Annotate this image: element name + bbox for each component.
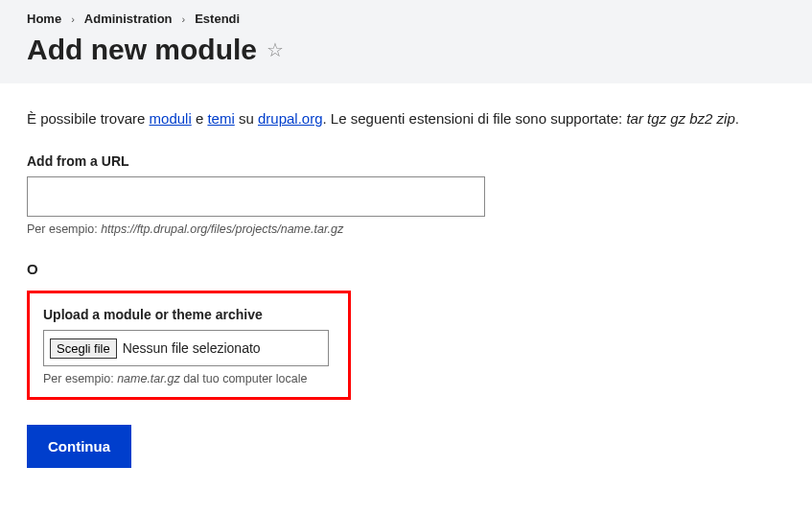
upload-helper-suffix: dal tuo computer locale (180, 372, 308, 385)
url-helper: Per esempio: https://ftp.drupal.org/file… (27, 222, 785, 236)
file-status-text: Nessun file selezionato (123, 340, 261, 356)
intro-prefix: È possibile trovare (27, 110, 150, 127)
main-content: È possibile trovare moduli e temi su dru… (0, 83, 812, 495)
intro-extensions: tar tgz gz bz2 zip (626, 110, 734, 127)
upload-helper-prefix: Per esempio: (43, 372, 117, 385)
or-separator: O (27, 261, 785, 277)
breadcrumb-home[interactable]: Home (27, 12, 61, 26)
url-helper-example: https://ftp.drupal.org/files/projects/na… (101, 222, 343, 236)
page-title: Add new module (27, 34, 257, 66)
intro-mid1: e (192, 110, 208, 127)
page-title-row: Add new module ☆ (27, 34, 785, 66)
file-input-row[interactable]: Scegli file Nessun file selezionato (43, 330, 329, 366)
chevron-right-icon: › (71, 13, 75, 25)
link-modules[interactable]: moduli (150, 110, 192, 127)
url-field-label: Add from a URL (27, 153, 785, 169)
link-drupal-org[interactable]: drupal.org (258, 110, 323, 127)
upload-highlight-box: Upload a module or theme archive Scegli … (27, 291, 351, 400)
intro-period: . (735, 110, 739, 127)
intro-mid2: su (235, 110, 258, 127)
continue-button[interactable]: Continua (27, 425, 131, 468)
upload-field-label: Upload a module or theme archive (43, 307, 335, 322)
breadcrumb-extend[interactable]: Estendi (195, 12, 240, 26)
intro-suffix: . Le seguenti estensioni di file sono su… (323, 110, 627, 127)
url-input[interactable] (27, 176, 485, 217)
url-field-block: Add from a URL Per esempio: https://ftp.… (27, 153, 785, 236)
breadcrumb: Home › Administration › Estendi (27, 8, 785, 34)
choose-file-button[interactable]: Scegli file (50, 338, 117, 359)
chevron-right-icon: › (182, 13, 186, 25)
intro-text: È possibile trovare moduli e temi su dru… (27, 110, 785, 127)
header-region: Home › Administration › Estendi Add new … (0, 0, 812, 83)
url-helper-prefix: Per esempio: (27, 222, 101, 236)
link-themes[interactable]: temi (207, 110, 234, 127)
star-icon[interactable]: ☆ (267, 38, 284, 61)
upload-helper-example: name.tar.gz (117, 372, 180, 385)
breadcrumb-administration[interactable]: Administration (84, 12, 173, 26)
upload-helper: Per esempio: name.tar.gz dal tuo compute… (43, 372, 335, 385)
